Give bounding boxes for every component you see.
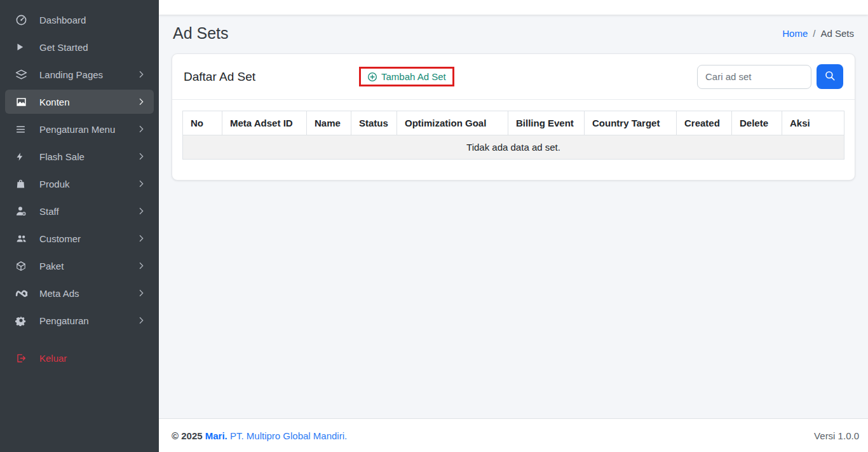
chevron-right-icon bbox=[136, 315, 146, 325]
chevron-right-icon bbox=[136, 288, 146, 298]
sidebar-item-label: Meta Ads bbox=[39, 288, 136, 299]
breadcrumb-separator: / bbox=[813, 28, 815, 39]
chevron-right-icon bbox=[136, 151, 146, 161]
sidebar: Dashboard Get Started Landing Pages Kont… bbox=[0, 0, 159, 452]
col-header-status: Status bbox=[351, 111, 397, 135]
sidebar-item-pengaturan-menu[interactable]: Pengaturan Menu bbox=[5, 117, 154, 141]
chevron-right-icon bbox=[136, 97, 146, 107]
empty-state-row: Tidak ada data ad set. bbox=[183, 135, 844, 160]
chevron-right-icon bbox=[136, 124, 146, 134]
logout-icon bbox=[15, 352, 31, 364]
chevron-right-icon bbox=[136, 261, 146, 271]
col-header-aksi: Aksi bbox=[782, 111, 844, 135]
col-header-meta-adset-id: Meta Adset ID bbox=[222, 111, 307, 135]
bag-icon bbox=[15, 177, 31, 190]
sidebar-item-flash-sale[interactable]: Flash Sale bbox=[5, 144, 154, 168]
sidebar-item-konten[interactable]: Konten bbox=[5, 90, 154, 114]
sidebar-item-get-started[interactable]: Get Started bbox=[5, 35, 154, 59]
sidebar-item-label: Flash Sale bbox=[39, 151, 136, 162]
top-navbar bbox=[159, 0, 868, 15]
sidebar-item-label: Staff bbox=[39, 206, 136, 217]
gauge-icon bbox=[15, 13, 31, 26]
sidebar-item-keluar[interactable]: Keluar bbox=[5, 346, 154, 370]
sidebar-item-label: Customer bbox=[39, 233, 136, 244]
card-title: Daftar Ad Set bbox=[184, 70, 255, 84]
brand-link[interactable]: Mari. bbox=[205, 430, 227, 441]
sidebar-item-label: Paket bbox=[39, 261, 136, 271]
empty-state-message: Tidak ada data ad set. bbox=[183, 135, 844, 160]
chevron-right-icon bbox=[136, 233, 146, 243]
version-text: Versi 1.0.0 bbox=[814, 430, 859, 441]
sidebar-item-label: Produk bbox=[39, 179, 136, 189]
col-header-created: Created bbox=[677, 111, 732, 135]
copyright-text: © 2025 bbox=[172, 430, 203, 441]
sidebar-item-label: Konten bbox=[39, 97, 136, 107]
col-header-no: No bbox=[183, 111, 222, 135]
sidebar-item-label: Landing Pages bbox=[39, 69, 136, 80]
breadcrumb: Home / Ad Sets bbox=[782, 28, 854, 39]
sidebar-item-label: Pengaturan Menu bbox=[39, 124, 136, 135]
sidebar-item-label: Dashboard bbox=[39, 15, 146, 25]
chevron-right-icon bbox=[136, 179, 146, 189]
page-header: Ad Sets Home / Ad Sets bbox=[172, 24, 855, 43]
add-ad-set-button[interactable]: Tambah Ad Set bbox=[367, 71, 446, 82]
company-link[interactable]: PT. Multipro Global Mandiri. bbox=[230, 430, 347, 441]
ad-sets-card: Daftar Ad Set Tambah Ad Set bbox=[172, 53, 855, 181]
layers-icon bbox=[15, 68, 31, 81]
col-header-billing-event: Billing Event bbox=[508, 111, 585, 135]
menu-icon bbox=[15, 123, 31, 135]
highlight-annotation-box: Tambah Ad Set bbox=[359, 67, 454, 86]
add-button-wrapper: Tambah Ad Set bbox=[359, 67, 454, 86]
sidebar-item-staff[interactable]: Staff bbox=[5, 199, 154, 223]
search-input[interactable] bbox=[697, 65, 811, 89]
image-icon bbox=[15, 95, 31, 108]
bolt-icon bbox=[15, 150, 31, 163]
sidebar-item-produk[interactable]: Produk bbox=[5, 172, 154, 196]
sidebar-item-label: Keluar bbox=[39, 353, 146, 364]
sidebar-item-paket[interactable]: Paket bbox=[5, 254, 154, 278]
sidebar-item-dashboard[interactable]: Dashboard bbox=[5, 8, 154, 32]
sidebar-item-landing-pages[interactable]: Landing Pages bbox=[5, 62, 154, 86]
main-content: Ad Sets Home / Ad Sets Daftar Ad Set Tam… bbox=[159, 15, 868, 418]
card-header: Daftar Ad Set Tambah Ad Set bbox=[172, 54, 855, 100]
search-button[interactable] bbox=[817, 64, 843, 89]
gear-icon bbox=[15, 314, 31, 327]
ad-sets-table: No Meta Adset ID Name Status Optimizatio… bbox=[182, 111, 844, 160]
sidebar-item-pengaturan[interactable]: Pengaturan bbox=[5, 308, 154, 332]
search-icon bbox=[824, 70, 836, 83]
page-title: Ad Sets bbox=[173, 24, 229, 43]
sidebar-item-meta-ads[interactable]: Meta Ads bbox=[5, 281, 154, 305]
users-icon bbox=[15, 232, 31, 245]
plus-circle-icon bbox=[367, 72, 377, 82]
breadcrumb-current: Ad Sets bbox=[820, 28, 854, 39]
col-header-optimization-goal: Optimization Goal bbox=[397, 111, 508, 135]
table-header-row: No Meta Adset ID Name Status Optimizatio… bbox=[183, 111, 844, 135]
col-header-delete: Delete bbox=[732, 111, 782, 135]
breadcrumb-home-link[interactable]: Home bbox=[782, 28, 808, 39]
search-group bbox=[697, 64, 843, 89]
col-header-country-target: Country Target bbox=[585, 111, 677, 135]
user-gear-icon bbox=[15, 205, 31, 217]
meta-icon bbox=[15, 287, 31, 299]
card-body: No Meta Adset ID Name Status Optimizatio… bbox=[172, 100, 855, 180]
sidebar-item-customer[interactable]: Customer bbox=[5, 226, 154, 250]
footer: © 2025 Mari. PT. Multipro Global Mandiri… bbox=[159, 418, 868, 452]
play-icon bbox=[15, 41, 31, 53]
chevron-right-icon bbox=[136, 69, 146, 79]
col-header-name: Name bbox=[307, 111, 351, 135]
sidebar-item-label: Get Started bbox=[39, 42, 146, 53]
footer-left: © 2025 Mari. PT. Multipro Global Mandiri… bbox=[172, 430, 347, 441]
add-button-label: Tambah Ad Set bbox=[381, 71, 446, 82]
cube-icon bbox=[15, 259, 31, 272]
sidebar-item-label: Pengaturan bbox=[39, 315, 136, 326]
chevron-right-icon bbox=[136, 206, 146, 216]
